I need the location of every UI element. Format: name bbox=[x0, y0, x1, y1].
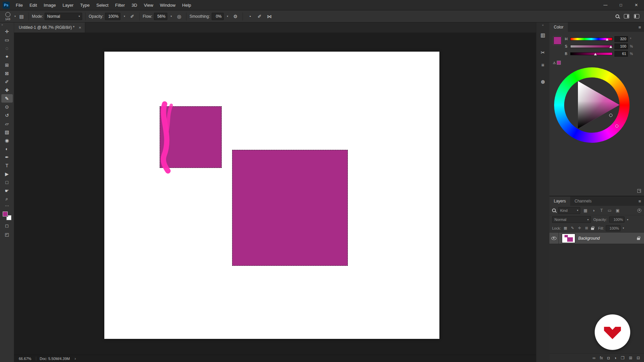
smoothing-options-gear-icon[interactable]: ⚙ bbox=[231, 12, 239, 20]
selection-small-square[interactable] bbox=[160, 106, 222, 168]
lock-pixels-icon[interactable]: ✎ bbox=[570, 226, 575, 230]
history-brush-tool[interactable]: ↺ bbox=[1, 111, 13, 119]
opacity-input[interactable]: 100% bbox=[105, 13, 120, 20]
flow-caret[interactable]: ▾ bbox=[169, 13, 173, 20]
gradient-tool[interactable]: ▧ bbox=[1, 128, 13, 136]
smoothing-caret[interactable]: ▾ bbox=[225, 13, 230, 20]
pixel-layer-filter-icon[interactable]: ▦ bbox=[583, 208, 588, 213]
type-tool[interactable]: T bbox=[1, 161, 13, 170]
airbrush-icon[interactable]: ◎ bbox=[175, 12, 183, 20]
learn-panel-icon[interactable]: ✂ bbox=[538, 48, 548, 58]
opacity-caret[interactable]: ▾ bbox=[122, 13, 126, 20]
workspace-switcher-icon[interactable] bbox=[624, 14, 629, 18]
menu-item-help[interactable]: Help bbox=[179, 0, 195, 10]
hue-slider-marker[interactable] bbox=[606, 38, 608, 41]
brush-settings-panel-icon[interactable]: ▤ bbox=[17, 12, 25, 20]
status-options-chevron-icon[interactable]: › bbox=[73, 356, 76, 361]
hand-tool[interactable]: ☛ bbox=[1, 186, 13, 195]
hue-value-input[interactable]: 320 bbox=[614, 36, 628, 42]
rectangle-tool[interactable]: □ bbox=[1, 178, 13, 186]
brush-tool[interactable]: ✎ bbox=[1, 94, 13, 103]
zoom-level-field[interactable]: 66.67% bbox=[19, 357, 36, 361]
minimize-button[interactable]: — bbox=[598, 0, 613, 10]
path-selection-tool[interactable]: ▶ bbox=[1, 170, 13, 178]
menu-item-file[interactable]: File bbox=[12, 0, 26, 10]
layer-filter-toggle-icon[interactable] bbox=[637, 208, 641, 213]
zoom-tool[interactable]: ⌕ bbox=[1, 195, 13, 203]
gamut-warning[interactable]: ⚠ bbox=[553, 61, 561, 65]
smart-object-filter-icon[interactable]: ▣ bbox=[615, 208, 621, 213]
quick-mask-icon[interactable]: ◻ bbox=[1, 222, 13, 229]
lasso-tool[interactable]: ◌ bbox=[1, 44, 13, 52]
layer-blend-mode-select[interactable]: Normal ▾ bbox=[552, 216, 591, 223]
new-layer-icon[interactable]: ⊞ bbox=[629, 356, 632, 360]
panel-menu-icon[interactable]: ≡ bbox=[638, 22, 644, 32]
quick-selection-tool[interactable]: ✦ bbox=[1, 52, 13, 61]
layer-mask-icon[interactable]: ◘ bbox=[607, 356, 610, 360]
lock-all-icon[interactable] bbox=[591, 228, 594, 230]
pen-tool[interactable]: ✒ bbox=[1, 153, 13, 161]
tab-color[interactable]: Color bbox=[549, 22, 568, 32]
menu-item-image[interactable]: Image bbox=[40, 0, 59, 10]
crop-tool[interactable]: ⊞ bbox=[1, 61, 13, 69]
rectangular-marquee-tool[interactable]: ▭ bbox=[1, 36, 13, 44]
tab-layers[interactable]: Layers bbox=[549, 196, 570, 206]
flow-input[interactable]: 56% bbox=[154, 13, 167, 20]
brightness-slider-marker[interactable] bbox=[594, 53, 597, 55]
floating-assistant-button[interactable] bbox=[595, 314, 630, 350]
toolbar-collapse-icon[interactable]: » bbox=[0, 23, 3, 27]
eyedropper-tool[interactable]: ✐ bbox=[1, 77, 13, 86]
paint-symmetry-icon[interactable]: ⋈ bbox=[265, 12, 273, 20]
arrange-documents-icon[interactable] bbox=[634, 14, 639, 18]
search-icon[interactable] bbox=[615, 14, 619, 18]
shape-layer-filter-icon[interactable]: ▭ bbox=[607, 208, 612, 213]
brightness-slider[interactable] bbox=[570, 52, 612, 55]
hue-pointer-icon[interactable] bbox=[615, 124, 619, 128]
move-tool[interactable]: ✛ bbox=[1, 27, 13, 36]
eraser-tool[interactable]: ▱ bbox=[1, 119, 13, 128]
saturation-slider-marker[interactable] bbox=[609, 46, 612, 48]
pressure-size-icon[interactable]: ✐ bbox=[256, 12, 264, 20]
type-layer-filter-icon[interactable]: T bbox=[599, 208, 604, 213]
panel-resize-icon[interactable] bbox=[637, 189, 641, 193]
adjustment-layer-filter-icon[interactable]: ◑ bbox=[591, 208, 596, 213]
lock-artboard-icon[interactable]: ⊞ bbox=[584, 226, 589, 230]
foreground-color-swatch[interactable] bbox=[3, 212, 8, 217]
document-tab[interactable]: Untitled-1 @ 66.7% (RGB/8#) * ✕ bbox=[14, 22, 85, 33]
menu-item-type[interactable]: Type bbox=[77, 0, 93, 10]
fill-input[interactable]: 100% bbox=[606, 225, 621, 231]
layer-group-icon[interactable]: ❐ bbox=[621, 356, 625, 360]
panel-strip-collapse-icon[interactable]: « bbox=[542, 23, 544, 28]
brush-preset-caret-icon[interactable]: ▾ bbox=[14, 15, 16, 18]
edit-toolbar-icon[interactable]: ⋯ bbox=[1, 203, 13, 208]
blend-mode-select[interactable]: Normal ▾ bbox=[45, 13, 82, 20]
adjustment-layer-icon[interactable]: ◑ bbox=[614, 356, 616, 360]
delete-layer-icon[interactable]: ⊟ bbox=[637, 356, 640, 360]
clone-stamp-tool[interactable]: ⊙ bbox=[1, 103, 13, 111]
history-panel-icon[interactable]: ▥ bbox=[538, 30, 548, 40]
spot-healing-brush-tool[interactable]: ✚ bbox=[1, 86, 13, 94]
brush-angle-icon[interactable]: ◔ bbox=[246, 12, 254, 20]
canvas-workspace[interactable] bbox=[14, 33, 536, 355]
saturation-slider[interactable] bbox=[570, 45, 612, 48]
lock-position-icon[interactable]: ✛ bbox=[577, 226, 582, 230]
document-canvas[interactable] bbox=[104, 52, 439, 339]
color-wheel[interactable] bbox=[554, 67, 630, 143]
frame-tool[interactable]: ⊠ bbox=[1, 69, 13, 77]
menu-item-edit[interactable]: Edit bbox=[26, 0, 40, 10]
selection-large-square[interactable] bbox=[232, 150, 348, 266]
screen-mode-icon[interactable]: ◰ bbox=[1, 231, 13, 238]
maximize-button[interactable]: □ bbox=[613, 0, 629, 10]
triangle-pointer-icon[interactable] bbox=[609, 114, 612, 117]
brush-settings-panel-icon[interactable]: ❆ bbox=[538, 77, 548, 87]
menu-item-filter[interactable]: Filter bbox=[112, 0, 128, 10]
gamut-color-swatch[interactable] bbox=[557, 61, 561, 65]
layer-row-background[interactable]: Background bbox=[549, 233, 644, 244]
document-close-icon[interactable]: ✕ bbox=[78, 26, 81, 29]
pressure-opacity-icon[interactable]: ✐ bbox=[128, 12, 136, 20]
layer-filter-kind-select[interactable]: Kind ▾ bbox=[558, 207, 580, 214]
layer-search-icon[interactable] bbox=[552, 208, 556, 212]
link-layers-icon[interactable]: ∞ bbox=[593, 356, 596, 360]
tab-channels[interactable]: Channels bbox=[570, 196, 596, 206]
layer-thumbnail[interactable] bbox=[562, 234, 575, 243]
